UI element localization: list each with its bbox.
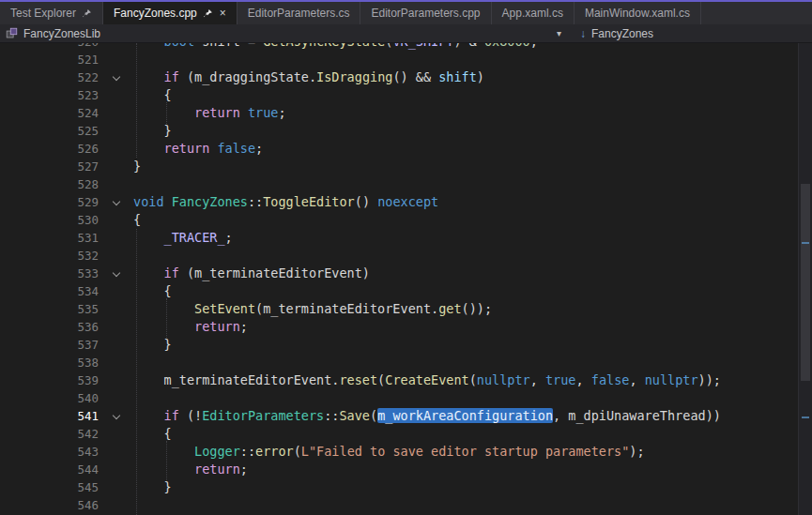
fold-margin xyxy=(105,247,133,265)
code-text: if (!EditorParameters::Save(m_workAreaCo… xyxy=(133,407,721,425)
code-text: Logger::error(L"Failed to save editor st… xyxy=(133,443,645,461)
code-text: if (m_terminateEditorEvent) xyxy=(133,265,370,282)
code-text: void FancyZones::ToggleEditor() noexcept xyxy=(133,193,438,211)
project-dropdown[interactable]: FancyZonesLib ▾ xyxy=(0,24,571,42)
line-number[interactable]: 541 xyxy=(0,407,105,425)
line-number[interactable]: 538 xyxy=(0,354,105,371)
code-line-534[interactable]: 534 { xyxy=(0,282,799,300)
line-number[interactable]: 528 xyxy=(0,175,105,193)
chevron-down-icon[interactable]: ▾ xyxy=(557,28,571,38)
line-number[interactable]: 539 xyxy=(0,371,105,389)
code-line-545[interactable]: 545 } xyxy=(0,478,799,496)
close-icon[interactable]: × xyxy=(220,8,226,19)
code-line-527[interactable]: 527} xyxy=(0,158,799,175)
line-number[interactable]: 544 xyxy=(0,461,105,478)
line-number[interactable]: 537 xyxy=(0,336,105,354)
line-number[interactable]: 546 xyxy=(0,496,105,514)
line-number[interactable]: 531 xyxy=(0,229,105,247)
tab-editorparameters-cpp[interactable]: EditorParameters.cpp xyxy=(360,2,491,24)
line-number[interactable]: 530 xyxy=(0,211,105,229)
fold-chevron-icon[interactable] xyxy=(105,407,133,425)
fold-margin xyxy=(105,211,133,229)
line-number[interactable]: 525 xyxy=(0,122,105,140)
code-line-546[interactable]: 546 xyxy=(0,496,799,514)
code-line-536[interactable]: 536 return; xyxy=(0,318,799,336)
code-text: SetEvent(m_terminateEditorEvent.get()); xyxy=(133,300,492,318)
code-line-540[interactable]: 540 xyxy=(0,389,799,407)
tab-mainwindow-xaml-cs[interactable]: MainWindow.xaml.cs xyxy=(575,2,701,24)
code-line-531[interactable]: 531 _TRACER_; xyxy=(0,229,799,247)
tab-test-explorer[interactable]: Test Explorer xyxy=(0,2,103,24)
line-number[interactable]: 543 xyxy=(0,443,105,461)
code-text: { xyxy=(133,425,172,443)
fold-margin xyxy=(105,478,133,496)
line-number[interactable]: 527 xyxy=(0,158,105,175)
selected-text[interactable]: m_workAreaConfiguration xyxy=(377,408,553,423)
fold-chevron-icon[interactable] xyxy=(105,265,133,282)
code-text: bool shift = GetAsyncKeyState(VK_SHIFT) … xyxy=(133,43,538,51)
fold-margin xyxy=(105,104,133,122)
line-number[interactable]: 535 xyxy=(0,300,105,318)
code-editor[interactable]: 520 bool shift = GetAsyncKeyState(VK_SHI… xyxy=(0,43,799,515)
code-line-541[interactable]: 541 if (!EditorParameters::Save(m_workAr… xyxy=(0,407,799,425)
code-line-522[interactable]: 522 if (m_draggingState.IsDragging() && … xyxy=(0,68,799,86)
visual-studio-window: Test Explorer FancyZones.cpp × EditorPar… xyxy=(0,0,812,515)
code-text: _TRACER_; xyxy=(133,229,233,247)
fold-margin xyxy=(105,371,133,389)
line-number[interactable]: 533 xyxy=(0,265,105,282)
code-line-544[interactable]: 544 return; xyxy=(0,461,799,478)
code-line-528[interactable]: 528 xyxy=(0,175,799,193)
code-line-521[interactable]: 521 xyxy=(0,51,799,68)
code-text: { xyxy=(133,211,141,229)
line-number[interactable]: 523 xyxy=(0,86,105,104)
pin-icon[interactable] xyxy=(203,8,213,19)
code-text: m_terminateEditorEvent.reset(CreateEvent… xyxy=(133,371,721,389)
code-line-542[interactable]: 542 { xyxy=(0,425,799,443)
line-number[interactable]: 540 xyxy=(0,389,105,407)
code-line-537[interactable]: 537 } xyxy=(0,336,799,354)
pin-icon[interactable] xyxy=(82,8,92,19)
code-line-535[interactable]: 535 SetEvent(m_terminateEditorEvent.get(… xyxy=(0,300,799,318)
code-line-539[interactable]: 539 m_terminateEditorEvent.reset(CreateE… xyxy=(0,371,799,389)
code-line-530[interactable]: 530{ xyxy=(0,211,799,229)
line-number[interactable]: 534 xyxy=(0,282,105,300)
code-line-543[interactable]: 543 Logger::error(L"Failed to save edito… xyxy=(0,443,799,461)
fold-margin xyxy=(105,336,133,354)
line-number[interactable]: 532 xyxy=(0,247,105,265)
fold-chevron-icon[interactable] xyxy=(105,68,133,86)
code-text: } xyxy=(133,478,172,496)
line-number[interactable]: 521 xyxy=(0,51,105,68)
code-line-532[interactable]: 532 xyxy=(0,247,799,265)
code-line-538[interactable]: 538 xyxy=(0,354,799,371)
line-number[interactable]: 536 xyxy=(0,318,105,336)
line-number[interactable]: 545 xyxy=(0,478,105,496)
code-text: } xyxy=(133,122,172,140)
scrollbar-thumb[interactable] xyxy=(801,184,810,381)
vertical-scrollbar[interactable] xyxy=(798,43,812,515)
line-number[interactable]: 524 xyxy=(0,104,105,122)
member-dropdown-label: FancyZones xyxy=(591,27,653,40)
line-number[interactable]: 526 xyxy=(0,140,105,158)
fold-chevron-icon[interactable] xyxy=(105,193,133,211)
code-line-520[interactable]: 520 bool shift = GetAsyncKeyState(VK_SHI… xyxy=(0,43,799,51)
down-arrow-icon: ↓ xyxy=(580,28,586,39)
line-number[interactable]: 542 xyxy=(0,425,105,443)
member-dropdown[interactable]: ↓ FancyZones xyxy=(571,24,653,42)
code-line-525[interactable]: 525 } xyxy=(0,122,799,140)
fold-margin xyxy=(105,229,133,247)
code-line-523[interactable]: 523 { xyxy=(0,86,799,104)
line-number[interactable]: 529 xyxy=(0,193,105,211)
tab-fancyzones-cpp[interactable]: FancyZones.cpp × xyxy=(103,2,237,24)
code-line-524[interactable]: 524 return true; xyxy=(0,104,799,122)
code-line-529[interactable]: 529void FancyZones::ToggleEditor() noexc… xyxy=(0,193,799,211)
scrollbar-match-mark xyxy=(802,242,809,244)
code-line-533[interactable]: 533 if (m_terminateEditorEvent) xyxy=(0,265,799,282)
tab-editorparameters-cs[interactable]: EditorParameters.cs xyxy=(237,2,361,24)
tab-label: EditorParameters.cs xyxy=(248,7,350,20)
code-line-526[interactable]: 526 return false; xyxy=(0,140,799,158)
line-number[interactable]: 522 xyxy=(0,68,105,86)
tab-app-xaml-cs[interactable]: App.xaml.cs xyxy=(492,2,575,24)
code-text: return false; xyxy=(133,140,263,158)
code-lines: 520 bool shift = GetAsyncKeyState(VK_SHI… xyxy=(0,43,799,514)
line-number[interactable]: 520 xyxy=(0,43,105,51)
